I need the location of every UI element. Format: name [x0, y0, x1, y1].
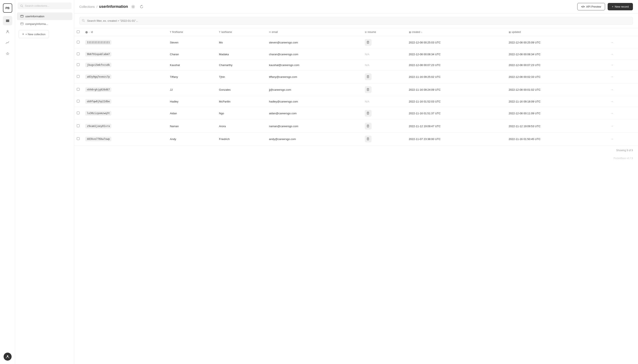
refresh-button[interactable]	[138, 3, 145, 10]
text-icon-1: T	[170, 31, 171, 33]
table-row: z9xam1joey01vraNamanAroranaman@careersgo…	[74, 120, 638, 133]
nav-icon-collections[interactable]	[3, 16, 12, 25]
new-record-button[interactable]: + New record	[608, 3, 633, 10]
resume-file-icon[interactable]	[365, 86, 372, 93]
row-arrow-button[interactable]: →	[608, 110, 615, 116]
row-arrow-button[interactable]: →	[608, 136, 615, 142]
filter-search-input[interactable]	[79, 17, 633, 25]
cell-email: aidan@careersgo.com	[266, 107, 362, 120]
select-all-checkbox[interactable]	[77, 30, 80, 33]
search-placeholder: Search collections...	[25, 4, 49, 8]
select-all-header[interactable]	[74, 28, 83, 36]
nav-icon-settings[interactable]	[3, 49, 12, 58]
row-checkbox[interactable]	[77, 52, 80, 55]
cell-id: z9xam1joey01vra	[83, 120, 167, 133]
row-checkbox[interactable]	[77, 75, 80, 78]
sidebar-item-userInformation[interactable]: userInformation	[17, 12, 72, 20]
resume-file-icon[interactable]	[365, 74, 372, 80]
resume-na: N/A	[365, 100, 369, 103]
cell-firstName: JJ	[167, 83, 217, 96]
nav-icon-analytics[interactable]	[3, 38, 12, 47]
resume-file-icon[interactable]	[365, 110, 372, 116]
row-checkbox[interactable]	[77, 112, 80, 114]
collection-folder-icon-2	[20, 22, 24, 26]
collection-folder-icon	[20, 14, 24, 18]
cell-lastName: Chamarthy	[217, 60, 266, 70]
table-row: 9b6f91opablabm7CharanMadakacharan@career…	[74, 49, 638, 60]
col-firstName[interactable]: T firstName	[167, 28, 217, 36]
nav-icon-users[interactable]	[3, 27, 12, 36]
version-info: PocketBase v0.7.9	[74, 155, 638, 162]
cell-updated: 2022-12-08 00:25:09 UTC	[506, 36, 606, 49]
cell-arrow: →	[606, 49, 638, 60]
cell-firstName: Naman	[167, 120, 217, 133]
records-table: ⬤→ id T firstName T lastName	[74, 28, 638, 146]
cell-lastName: Arora	[217, 120, 266, 133]
col-email[interactable]: ✉ email	[266, 28, 362, 36]
cell-email: andy@careersgo.com	[266, 133, 362, 146]
svg-point-3	[7, 30, 8, 32]
cell-created: 2022-11-16 09:25:02 UTC	[406, 70, 506, 83]
cell-firstName: Charan	[167, 49, 217, 60]
cell-resume: N/A	[362, 49, 406, 60]
row-checkbox[interactable]	[77, 88, 80, 91]
sidebar-item-label-2: companyInforma...	[25, 22, 48, 26]
cell-updated: 2022-11-16 09:18:09 UTC	[506, 96, 606, 107]
cell-created: 2022-11-16 01:52:03 UTC	[406, 96, 506, 107]
sidebar-item-companyInformation[interactable]: companyInforma...	[17, 20, 72, 28]
search-collections-box[interactable]: Search collections...	[18, 2, 72, 9]
app-logo[interactable]: PB	[3, 3, 12, 13]
row-checkbox[interactable]	[77, 124, 80, 127]
resume-file-icon[interactable]	[365, 123, 372, 130]
row-arrow-button[interactable]: →	[608, 74, 615, 79]
cell-email: kaushal@careersgo.com	[266, 60, 362, 70]
row-arrow-button[interactable]: →	[608, 52, 615, 57]
icon-sidebar: PB	[0, 0, 15, 364]
cell-id: 9b6f91opablabm7	[83, 49, 167, 60]
cell-lastName: Madaka	[217, 49, 266, 60]
cell-resume	[362, 36, 406, 49]
col-actions	[606, 28, 638, 36]
api-preview-button[interactable]: </> API Preview	[577, 3, 605, 10]
settings-button[interactable]	[130, 3, 137, 10]
breadcrumb-collections[interactable]: Collections	[79, 5, 95, 8]
new-collection-plus: +	[22, 32, 24, 36]
row-arrow-button[interactable]: →	[608, 99, 615, 104]
row-arrow-button[interactable]: →	[608, 40, 615, 45]
row-arrow-button[interactable]: →	[608, 123, 615, 129]
table-row: jbugvi5mkfncsdkKaushalChamarthykaushal@c…	[74, 60, 638, 70]
svg-rect-14	[21, 23, 24, 25]
resume-file-icon[interactable]	[365, 136, 372, 142]
cell-id: lo30zizpomzwq3t	[83, 107, 167, 120]
cell-lastName: Ngo	[217, 107, 266, 120]
new-collection-button[interactable]: + + New collection	[19, 30, 49, 38]
table-header-row: ⬤→ id T firstName T lastName	[74, 28, 638, 36]
svg-rect-10	[21, 15, 24, 17]
row-checkbox[interactable]	[77, 100, 80, 102]
filter-search-icon	[82, 19, 85, 22]
col-created[interactable]: ▦ created ↓	[406, 28, 506, 36]
cell-id: nhh0rghjg926d67	[83, 83, 167, 96]
cal-icon-1: ▦	[409, 31, 411, 34]
col-updated[interactable]: ▦ updated	[506, 28, 606, 36]
cell-resume	[362, 70, 406, 83]
row-arrow-button[interactable]: →	[608, 87, 615, 92]
cell-resume	[362, 83, 406, 96]
resume-na: N/A	[365, 53, 369, 56]
row-checkbox[interactable]	[77, 137, 80, 140]
col-email-label: email	[272, 30, 278, 34]
resume-file-icon[interactable]	[365, 39, 372, 46]
col-lastName[interactable]: T lastName	[217, 28, 266, 36]
user-avatar[interactable]	[4, 352, 12, 361]
cal-icon-2: ▦	[509, 31, 511, 34]
row-arrow-button[interactable]: →	[608, 62, 615, 68]
cell-email: hadley@careersgo.com	[266, 96, 362, 107]
cell-resume: N/A	[362, 60, 406, 70]
row-checkbox[interactable]	[77, 41, 80, 44]
col-resume[interactable]: ⊞ resume	[362, 28, 406, 36]
cell-id: 111111111111111	[83, 36, 167, 49]
row-checkbox[interactable]	[77, 63, 80, 66]
sidebar-item-label: userInformation	[25, 15, 44, 18]
cell-email: charan@careersgo.com	[266, 49, 362, 60]
table-area: ⬤→ id T firstName T lastName	[74, 14, 638, 364]
